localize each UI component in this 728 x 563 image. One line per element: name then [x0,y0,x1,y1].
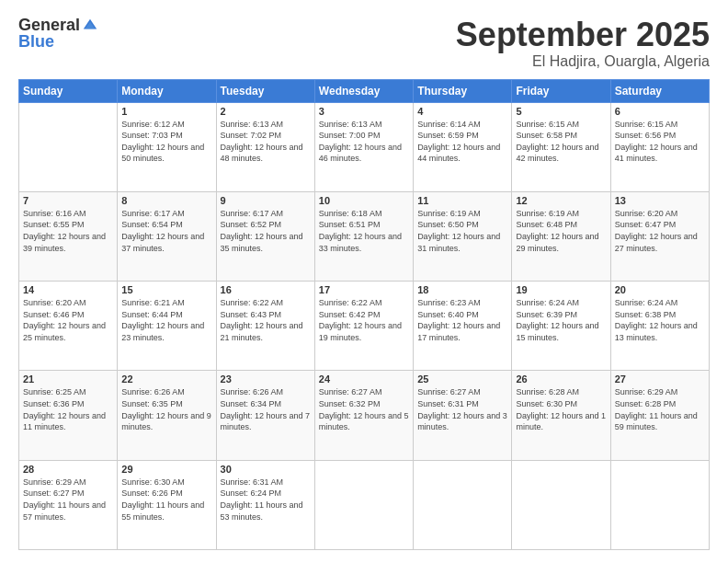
calendar-cell: 4Sunrise: 6:14 AMSunset: 6:59 PMDaylight… [414,102,512,191]
weekday-header-wednesday: Wednesday [314,79,413,102]
day-info: Sunrise: 6:13 AMSunset: 7:02 PMDaylight:… [221,119,311,165]
day-number: 7 [23,195,113,206]
logo-blue: Blue [18,33,54,50]
day-info: Sunrise: 6:19 AMSunset: 6:50 PMDaylight:… [417,208,507,254]
logo-icon [82,17,98,33]
weekday-header-tuesday: Tuesday [216,79,314,102]
day-info: Sunrise: 6:15 AMSunset: 6:56 PMDaylight:… [615,119,705,165]
month-title: September 2025 [456,17,710,53]
day-number: 19 [516,284,606,295]
day-info: Sunrise: 6:29 AMSunset: 6:28 PMDaylight:… [615,386,705,432]
day-number: 24 [319,373,409,385]
day-info: Sunrise: 6:17 AMSunset: 6:54 PMDaylight:… [121,208,211,254]
weekday-header-sunday: Sunday [19,79,118,102]
day-number: 29 [121,464,211,475]
day-info: Sunrise: 6:23 AMSunset: 6:40 PMDaylight:… [417,297,507,343]
calendar-week-row: 1Sunrise: 6:12 AMSunset: 7:03 PMDaylight… [19,102,710,191]
day-number: 21 [23,373,113,385]
logo-general: General [18,17,80,33]
calendar-cell: 6Sunrise: 6:15 AMSunset: 6:56 PMDaylight… [610,102,709,191]
calendar-cell: 26Sunrise: 6:28 AMSunset: 6:30 PMDayligh… [512,371,610,460]
day-info: Sunrise: 6:16 AMSunset: 6:55 PMDaylight:… [23,208,113,254]
calendar-cell: 30Sunrise: 6:31 AMSunset: 6:24 PMDayligh… [216,460,314,549]
day-info: Sunrise: 6:21 AMSunset: 6:44 PMDaylight:… [121,297,211,343]
day-number: 12 [516,195,606,206]
day-number: 23 [221,373,311,385]
day-info: Sunrise: 6:27 AMSunset: 6:32 PMDaylight:… [319,386,409,432]
day-info: Sunrise: 6:26 AMSunset: 6:35 PMDaylight:… [121,386,211,432]
calendar-cell: 13Sunrise: 6:20 AMSunset: 6:47 PMDayligh… [610,191,709,281]
calendar-cell: 15Sunrise: 6:21 AMSunset: 6:44 PMDayligh… [118,282,216,371]
calendar-cell: 1Sunrise: 6:12 AMSunset: 7:03 PMDaylight… [118,102,216,191]
day-number: 26 [516,373,606,385]
calendar-cell [19,102,118,191]
calendar-cell: 21Sunrise: 6:25 AMSunset: 6:36 PMDayligh… [19,371,118,460]
top-section: General Blue September 2025 El Hadjira, … [18,17,710,70]
day-info: Sunrise: 6:22 AMSunset: 6:43 PMDaylight:… [221,297,311,343]
calendar-cell: 5Sunrise: 6:15 AMSunset: 6:58 PMDaylight… [512,102,610,191]
day-number: 6 [615,106,705,117]
day-number: 8 [121,195,211,206]
calendar-cell [512,460,610,549]
calendar-week-row: 21Sunrise: 6:25 AMSunset: 6:36 PMDayligh… [19,371,710,460]
day-number: 11 [417,195,507,206]
calendar-cell [414,460,512,549]
day-number: 9 [221,195,311,206]
calendar-cell: 17Sunrise: 6:22 AMSunset: 6:42 PMDayligh… [314,282,413,371]
day-number: 13 [615,195,705,206]
weekday-header-row: SundayMondayTuesdayWednesdayThursdayFrid… [19,79,710,102]
day-info: Sunrise: 6:18 AMSunset: 6:51 PMDaylight:… [319,208,409,254]
day-number: 16 [221,284,311,295]
calendar-cell: 25Sunrise: 6:27 AMSunset: 6:31 PMDayligh… [414,371,512,460]
day-info: Sunrise: 6:19 AMSunset: 6:48 PMDaylight:… [516,208,606,254]
day-info: Sunrise: 6:15 AMSunset: 6:58 PMDaylight:… [516,119,606,165]
day-number: 22 [121,373,211,385]
day-info: Sunrise: 6:12 AMSunset: 7:03 PMDaylight:… [121,119,211,165]
day-number: 25 [417,373,507,385]
calendar-cell: 9Sunrise: 6:17 AMSunset: 6:52 PMDaylight… [216,191,314,281]
calendar-cell: 3Sunrise: 6:13 AMSunset: 7:00 PMDaylight… [314,102,413,191]
day-info: Sunrise: 6:29 AMSunset: 6:27 PMDaylight:… [23,477,113,523]
day-info: Sunrise: 6:17 AMSunset: 6:52 PMDaylight:… [221,208,311,254]
day-number: 28 [23,464,113,475]
calendar-cell: 7Sunrise: 6:16 AMSunset: 6:55 PMDaylight… [19,191,118,281]
day-number: 20 [615,284,705,295]
day-info: Sunrise: 6:13 AMSunset: 7:00 PMDaylight:… [319,119,409,165]
day-info: Sunrise: 6:14 AMSunset: 6:59 PMDaylight:… [417,119,507,165]
day-number: 1 [121,106,211,117]
calendar-week-row: 14Sunrise: 6:20 AMSunset: 6:46 PMDayligh… [19,282,710,371]
calendar-page: General Blue September 2025 El Hadjira, … [0,0,728,563]
calendar-week-row: 28Sunrise: 6:29 AMSunset: 6:27 PMDayligh… [19,460,710,549]
day-info: Sunrise: 6:20 AMSunset: 6:46 PMDaylight:… [23,297,113,343]
day-number: 5 [516,106,606,117]
day-info: Sunrise: 6:24 AMSunset: 6:39 PMDaylight:… [516,297,606,343]
day-number: 4 [417,106,507,117]
calendar-cell: 18Sunrise: 6:23 AMSunset: 6:40 PMDayligh… [414,282,512,371]
calendar-cell: 27Sunrise: 6:29 AMSunset: 6:28 PMDayligh… [610,371,709,460]
day-number: 17 [319,284,409,295]
day-info: Sunrise: 6:24 AMSunset: 6:38 PMDaylight:… [615,297,705,343]
calendar-cell: 23Sunrise: 6:26 AMSunset: 6:34 PMDayligh… [216,371,314,460]
calendar-cell: 19Sunrise: 6:24 AMSunset: 6:39 PMDayligh… [512,282,610,371]
day-info: Sunrise: 6:31 AMSunset: 6:24 PMDaylight:… [221,477,311,523]
weekday-header-saturday: Saturday [610,79,709,102]
day-info: Sunrise: 6:27 AMSunset: 6:31 PMDaylight:… [417,386,507,432]
location-title: El Hadjira, Ouargla, Algeria [456,53,710,70]
day-number: 2 [221,106,311,117]
day-info: Sunrise: 6:22 AMSunset: 6:42 PMDaylight:… [319,297,409,343]
calendar-cell: 29Sunrise: 6:30 AMSunset: 6:26 PMDayligh… [118,460,216,549]
day-number: 3 [319,106,409,117]
title-section: September 2025 El Hadjira, Ouargla, Alge… [456,17,710,70]
calendar-cell: 28Sunrise: 6:29 AMSunset: 6:27 PMDayligh… [19,460,118,549]
day-number: 30 [221,464,311,475]
calendar-cell [610,460,709,549]
day-number: 15 [121,284,211,295]
calendar-cell: 16Sunrise: 6:22 AMSunset: 6:43 PMDayligh… [216,282,314,371]
calendar-cell: 10Sunrise: 6:18 AMSunset: 6:51 PMDayligh… [314,191,413,281]
logo: General Blue [18,17,98,50]
calendar-cell: 8Sunrise: 6:17 AMSunset: 6:54 PMDaylight… [118,191,216,281]
day-info: Sunrise: 6:20 AMSunset: 6:47 PMDaylight:… [615,208,705,254]
day-info: Sunrise: 6:26 AMSunset: 6:34 PMDaylight:… [221,386,311,432]
day-number: 14 [23,284,113,295]
calendar-cell: 2Sunrise: 6:13 AMSunset: 7:02 PMDaylight… [216,102,314,191]
